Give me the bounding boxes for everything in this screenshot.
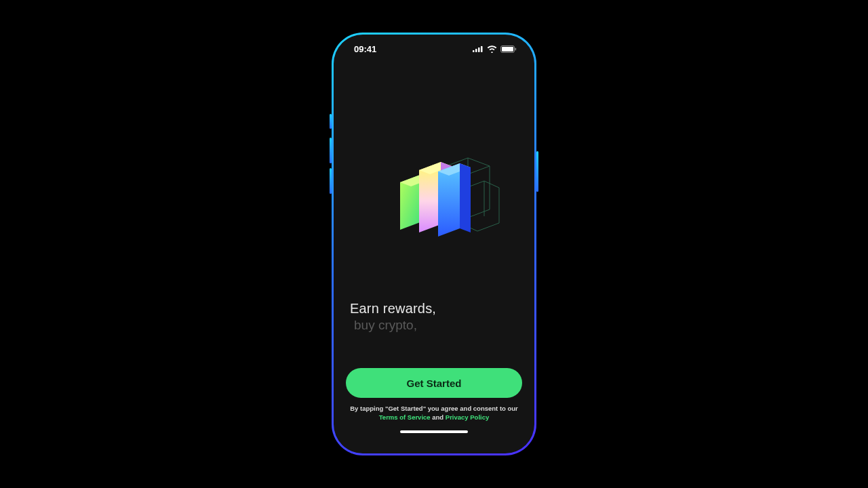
phone-side-button [330, 138, 332, 163]
svg-rect-0 [473, 50, 475, 52]
status-icons [473, 45, 517, 53]
phone-side-button [330, 168, 332, 194]
phone-side-button [330, 114, 332, 129]
privacy-policy-link[interactable]: Privacy Policy [446, 413, 489, 421]
svg-marker-15 [460, 163, 471, 232]
tagline-secondary: buy crypto, [350, 318, 518, 333]
svg-rect-2 [478, 47, 480, 52]
status-time: 09:41 [354, 44, 376, 54]
legal-and: and [432, 413, 443, 421]
svg-rect-3 [481, 46, 483, 52]
onboarding-content: Earn rewards, buy crypto, Get Started By… [334, 63, 534, 453]
status-bar: 09:41 [334, 35, 534, 63]
svg-rect-5 [502, 47, 513, 52]
svg-rect-6 [515, 47, 517, 50]
phone-side-button [536, 151, 538, 192]
terms-of-service-link[interactable]: Terms of Service [379, 413, 431, 421]
signal-icon [473, 45, 484, 52]
phone-frame: 09:41 [332, 33, 536, 455]
legal-text: By tapping "Get Started" you agree and c… [346, 405, 522, 422]
bars-3d-icon [366, 142, 502, 250]
phone-screen: 09:41 [334, 35, 534, 453]
hero-illustration [346, 90, 522, 301]
svg-rect-1 [475, 49, 477, 52]
tagline-primary: Earn rewards, [350, 301, 518, 317]
battery-icon [500, 45, 517, 53]
legal-prefix: By tapping "Get Started" you agree and c… [350, 405, 518, 412]
home-indicator[interactable] [400, 430, 468, 433]
tagline-block: Earn rewards, buy crypto, [346, 301, 522, 333]
wifi-icon [487, 45, 497, 53]
get-started-button[interactable]: Get Started [346, 368, 522, 398]
